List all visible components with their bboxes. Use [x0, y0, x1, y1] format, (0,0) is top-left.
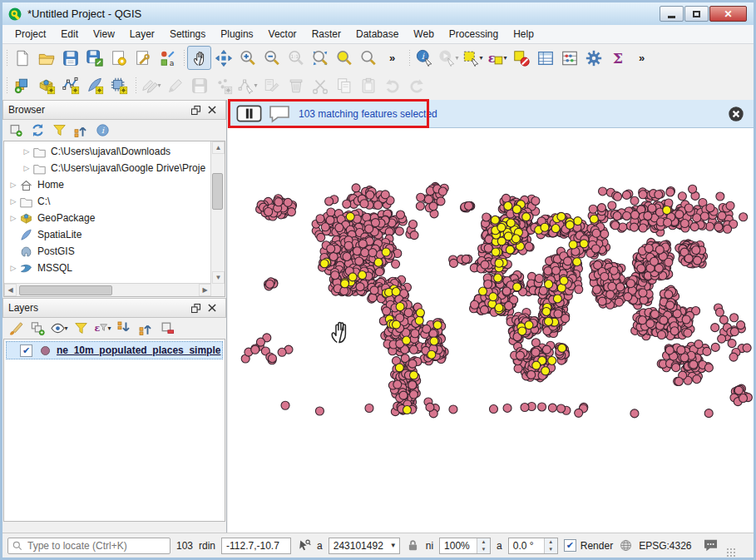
- new-virtual-layer-button[interactable]: [106, 73, 131, 97]
- menu-plugins[interactable]: Plugins: [213, 26, 260, 42]
- zoom-in-button[interactable]: [235, 46, 259, 70]
- delete-selected-button[interactable]: [284, 73, 308, 97]
- open-layer-styling-button[interactable]: [6, 319, 26, 338]
- maximize-button[interactable]: [684, 6, 709, 22]
- select-by-expression-button[interactable]: ε▾: [485, 46, 509, 70]
- layers-close-button[interactable]: [204, 300, 220, 315]
- style-manager-button[interactable]: a: [155, 46, 179, 70]
- menu-edit[interactable]: Edit: [53, 26, 86, 42]
- cut-features-button[interactable]: [308, 73, 332, 97]
- menu-view[interactable]: View: [86, 26, 122, 42]
- menu-web[interactable]: Web: [406, 26, 441, 42]
- properties-info-button[interactable]: i: [92, 121, 112, 140]
- save-layer-edits-button[interactable]: [187, 73, 211, 97]
- add-feature-button[interactable]: [211, 73, 235, 97]
- new-project-button[interactable]: [10, 46, 34, 70]
- new-shapefile-layer-button[interactable]: [58, 73, 82, 97]
- add-group-button[interactable]: [27, 319, 47, 338]
- current-edits-button[interactable]: ▾: [139, 73, 163, 97]
- messages-log-icon[interactable]: [703, 538, 719, 553]
- browser-item[interactable]: ▷C:\Users\ujaval\Google Drive\Proje: [4, 160, 211, 176]
- expand-all-button[interactable]: [114, 319, 134, 338]
- open-attribute-table-button[interactable]: [533, 46, 557, 70]
- render-checkbox[interactable]: ✔ Render: [564, 539, 613, 552]
- save-project-button[interactable]: [58, 46, 82, 70]
- zoom-native-button[interactable]: 1:1: [284, 46, 308, 70]
- identify-features-button[interactable]: i: [413, 46, 437, 70]
- locator-input[interactable]: [26, 539, 166, 553]
- paste-features-button[interactable]: [356, 73, 380, 97]
- message-close-icon[interactable]: [727, 105, 745, 123]
- form-view-icon[interactable]: [236, 105, 262, 122]
- magnifier-spinbox[interactable]: 100% ▲▼: [439, 538, 491, 554]
- browser-close-button[interactable]: [204, 102, 220, 117]
- expander-icon[interactable]: ▷: [21, 164, 32, 172]
- new-print-layout-button[interactable]: [106, 46, 131, 70]
- processing-toolbox-button[interactable]: [581, 46, 605, 70]
- filter-by-expression-button[interactable]: ε▾: [92, 319, 112, 338]
- close-button[interactable]: ✕: [709, 6, 747, 22]
- pan-to-selection-button[interactable]: [211, 46, 235, 70]
- lock-scale-icon[interactable]: [406, 538, 420, 553]
- layer-visibility-checkbox[interactable]: ✔: [20, 344, 32, 357]
- layers-float-button[interactable]: [187, 300, 204, 315]
- rotation-spinbox[interactable]: 0.0 ° ▲▼: [508, 538, 558, 554]
- menu-layer[interactable]: Layer: [122, 26, 162, 42]
- copy-features-button[interactable]: [332, 73, 356, 97]
- zoom-last-button[interactable]: [356, 46, 380, 70]
- open-project-button[interactable]: [34, 46, 58, 70]
- statistics-button[interactable]: Σ: [605, 46, 630, 70]
- menu-processing[interactable]: Processing: [442, 26, 506, 42]
- map-canvas[interactable]: [228, 128, 754, 533]
- resize-grip[interactable]: [726, 548, 736, 558]
- minimize-button[interactable]: [660, 6, 684, 22]
- manage-map-themes-button[interactable]: ▾: [49, 319, 69, 338]
- show-layout-manager-button[interactable]: [131, 46, 155, 70]
- zoom-full-button[interactable]: [308, 46, 332, 70]
- browser-float-button[interactable]: [187, 102, 204, 117]
- modify-attributes-button[interactable]: [259, 73, 284, 97]
- extent-tracking-icon[interactable]: [297, 538, 311, 553]
- browser-item[interactable]: ▷MSSQL: [4, 260, 211, 276]
- layer-item[interactable]: ✔ne_10m_populated_places_simple: [6, 341, 223, 359]
- open-data-source-manager-button[interactable]: [10, 73, 34, 97]
- expander-icon[interactable]: ▷: [7, 197, 19, 206]
- filter-legend-button[interactable]: [71, 319, 91, 338]
- undo-button[interactable]: [380, 73, 404, 97]
- expander-icon[interactable]: ▷: [7, 214, 19, 222]
- coordinate-input[interactable]: -112.7,-10.7: [221, 538, 291, 554]
- expander-icon[interactable]: ▷: [7, 181, 19, 189]
- menu-raster[interactable]: Raster: [304, 26, 348, 42]
- field-calculator-button[interactable]: [557, 46, 581, 70]
- browser-item[interactable]: SpatiaLite: [4, 226, 211, 243]
- browser-item[interactable]: ▷Home: [4, 176, 211, 193]
- browser-item[interactable]: ▷GeoPackage: [4, 210, 211, 226]
- run-feature-action-button[interactable]: ▾: [437, 46, 461, 70]
- remove-layer-button[interactable]: [157, 319, 177, 338]
- save-project-as-button[interactable]: [82, 46, 106, 70]
- expander-icon[interactable]: ▷: [7, 264, 19, 272]
- menu-settings[interactable]: Settings: [162, 26, 213, 42]
- pan-map-button[interactable]: [187, 46, 211, 70]
- filter-browser-button[interactable]: [49, 121, 69, 140]
- crs-status[interactable]: EPSG:4326: [639, 540, 691, 552]
- collapse-all-button[interactable]: [136, 319, 156, 338]
- expander-icon[interactable]: ▷: [21, 147, 32, 156]
- toggle-editing-button[interactable]: [163, 73, 187, 97]
- menu-help[interactable]: Help: [506, 26, 541, 42]
- add-selected-layer-button[interactable]: [6, 121, 26, 140]
- zoom-out-button[interactable]: [259, 46, 284, 70]
- menu-vector[interactable]: Vector: [261, 26, 304, 42]
- overflow[interactable]: »: [380, 46, 404, 70]
- overflow[interactable]: »: [630, 46, 654, 70]
- locator-search[interactable]: [7, 538, 170, 554]
- select-features-button[interactable]: ▾: [461, 46, 485, 70]
- zoom-to-selection-button[interactable]: [332, 46, 356, 70]
- deselect-features-button[interactable]: [509, 46, 533, 70]
- vertex-tool-button[interactable]: ▾: [235, 73, 259, 97]
- browser-vertical-scrollbar[interactable]: ▲ ▼: [210, 141, 225, 296]
- collapse-all-button[interactable]: [71, 121, 91, 140]
- browser-item[interactable]: PostGIS: [4, 243, 211, 260]
- menu-database[interactable]: Database: [348, 26, 406, 42]
- menu-project[interactable]: Project: [7, 26, 53, 42]
